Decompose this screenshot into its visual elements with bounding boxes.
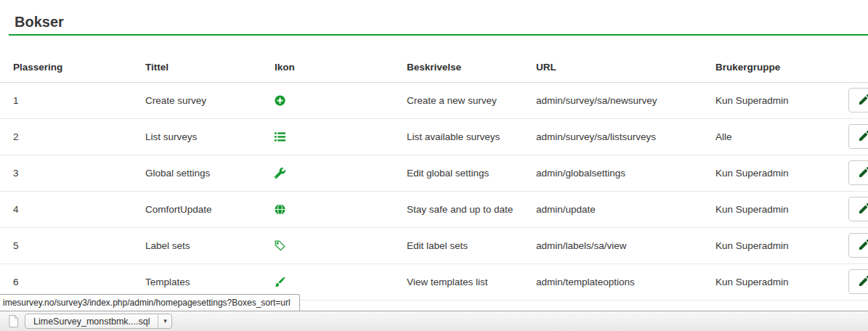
cell-position: 5 (0, 227, 145, 263)
cell-description: Edit global settings (407, 155, 536, 191)
pencil-icon (859, 240, 868, 252)
cell-description: View templates list (407, 263, 536, 300)
cell-position: 3 (0, 155, 145, 191)
boxes-table: Plassering Tittel Ikon Beskrivelse URL B… (0, 36, 868, 301)
list-icon (275, 131, 285, 142)
cell-user-group: Kun Superadmin (715, 263, 848, 300)
edit-box-button[interactable] (848, 197, 868, 221)
pencil-icon (859, 276, 868, 288)
paintbrush-icon (275, 277, 285, 287)
plus-circle-icon (275, 95, 285, 106)
col-header-ikon[interactable]: Ikon (275, 36, 407, 82)
download-bar: LimeSurvey_monstbmk....sql ▾ (0, 311, 868, 331)
table-row: 3 Global settings Edit global settings a… (0, 155, 868, 191)
edit-box-button[interactable] (848, 233, 868, 258)
pencil-icon (859, 131, 868, 143)
cell-user-group: Alle (715, 118, 848, 155)
caret-down-icon: ▾ (163, 318, 167, 324)
cell-title: Label sets (145, 227, 275, 263)
col-header-tittel[interactable]: Tittel (145, 36, 275, 82)
cell-url: admin/survey/sa/listsurveys (536, 118, 715, 155)
cell-user-group: Kun Superadmin (715, 191, 848, 227)
cell-user-group: Kun Superadmin (715, 227, 848, 263)
edit-box-button[interactable] (848, 269, 868, 294)
col-header-plassering[interactable]: Plassering (0, 36, 145, 82)
cell-description: Create a new survey (407, 82, 536, 118)
pencil-icon (859, 167, 868, 179)
cell-title: Create survey (145, 82, 275, 118)
cell-description: List available surveys (407, 118, 536, 155)
cell-user-group: Kun Superadmin (715, 82, 848, 118)
download-options-button[interactable]: ▾ (158, 314, 171, 328)
download-item: LimeSurvey_monstbmk....sql ▾ (25, 314, 172, 329)
cell-position: 2 (0, 118, 145, 155)
wrench-icon (275, 168, 285, 179)
file-document-icon (9, 315, 18, 327)
edit-box-button[interactable] (848, 124, 868, 149)
pencil-icon (859, 203, 868, 216)
edit-box-button[interactable] (848, 88, 868, 113)
pencil-icon (859, 94, 868, 107)
cell-description: Edit label sets (407, 227, 536, 263)
table-row: 5 Label sets Edit label sets admin/label… (0, 227, 868, 263)
cell-position: 1 (0, 82, 145, 118)
cell-url: admin/globalsettings (536, 155, 715, 191)
cell-title: ComfortUpdate (145, 191, 275, 227)
col-header-actions (848, 36, 868, 82)
table-header-row: Plassering Tittel Ikon Beskrivelse URL B… (0, 36, 868, 82)
tag-icon (275, 240, 285, 251)
table-row: 4 ComfortUpdate Stay safe and up to date… (0, 191, 868, 227)
cell-url: admin/templateoptions (536, 263, 715, 300)
table-row: 2 List surveys List available surveys ad… (0, 118, 868, 155)
cell-position: 4 (0, 191, 145, 227)
limesurvey-boxes-page: Bokser Plassering Tittel Ikon Beskrivels… (0, 0, 868, 331)
cell-title: List surveys (145, 118, 275, 155)
edit-box-button[interactable] (848, 160, 868, 185)
cell-user-group: Kun Superadmin (715, 155, 848, 191)
downloaded-file-button[interactable]: LimeSurvey_monstbmk....sql (25, 314, 158, 328)
col-header-beskrivelse[interactable]: Beskrivelse (407, 36, 536, 82)
col-header-url[interactable]: URL (536, 36, 715, 82)
col-header-brukergruppe[interactable]: Brukergruppe (715, 36, 848, 82)
cell-url: admin/labels/sa/view (536, 227, 715, 263)
cell-url: admin/survey/sa/newsurvey (536, 82, 715, 118)
cell-url: admin/update (536, 191, 715, 227)
link-status-bar: imesurvey.no/survey3/index.php/admin/hom… (0, 294, 300, 311)
globe-icon (275, 204, 285, 215)
page-title: Bokser (15, 15, 868, 30)
cell-description: Stay safe and up to date (407, 191, 536, 227)
cell-title: Global settings (145, 155, 275, 191)
table-row: 1 Create survey Create a new survey admi… (0, 82, 868, 118)
